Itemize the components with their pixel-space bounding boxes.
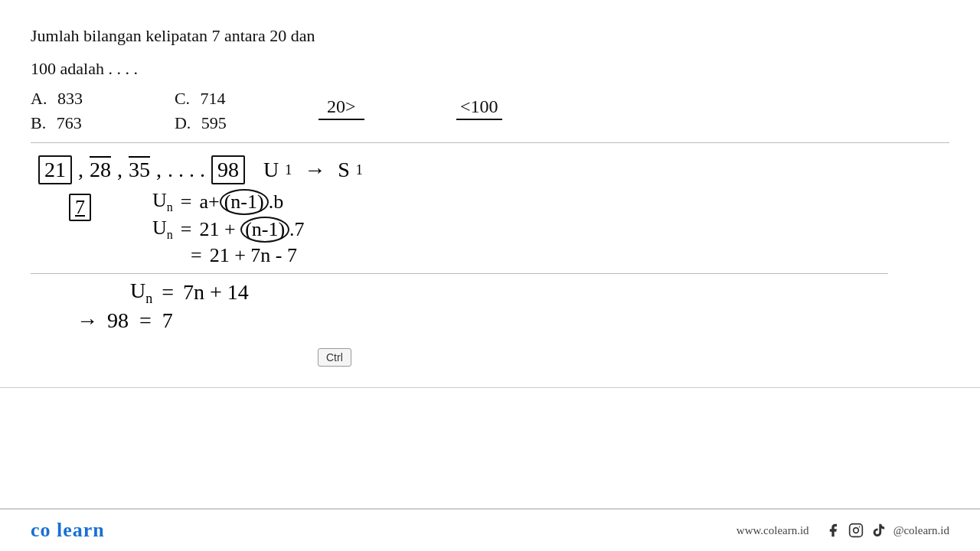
f5-7: 7 bbox=[162, 308, 173, 333]
note-left-text: 20> bbox=[327, 96, 356, 117]
option-b: B. 763 bbox=[31, 113, 83, 133]
brand-logo: co learn bbox=[31, 519, 105, 542]
beda-box: 7 bbox=[69, 194, 91, 221]
divider-2 bbox=[0, 387, 980, 388]
formula-block: Un = a+(n-1).b Un = 21 + (n-1).7 = 21 + … bbox=[152, 189, 305, 269]
svg-point-1 bbox=[853, 528, 858, 533]
option-c: C. 714 bbox=[175, 89, 227, 109]
note-right-underline bbox=[456, 119, 502, 120]
svg-point-2 bbox=[858, 527, 860, 528]
formula-un-final: Un = Uₙ = 7n + 14 7n + 14 bbox=[130, 279, 949, 307]
ctrl-area: Ctrl bbox=[31, 334, 949, 377]
ctrl-button[interactable]: Ctrl bbox=[318, 348, 351, 367]
seq-u-sub: 1 bbox=[285, 162, 292, 178]
f4-eq: = bbox=[162, 280, 174, 305]
f4-display: 7n + 14 bbox=[183, 280, 249, 305]
option-b-label: B. bbox=[31, 113, 46, 132]
f1-un: Un bbox=[152, 189, 173, 214]
formula-line-2: Un = 21 + (n-1).7 bbox=[152, 217, 305, 243]
option-d: D. 595 bbox=[175, 113, 227, 133]
options-area: A. 833 B. 763 C. 714 D. 595 bbox=[31, 89, 227, 133]
f5-formula: 98 bbox=[107, 308, 129, 333]
f3-eq: = bbox=[191, 244, 202, 267]
tiktok-icon bbox=[871, 522, 887, 539]
options-right: C. 714 D. 595 bbox=[175, 89, 227, 133]
instagram-icon bbox=[848, 522, 864, 539]
seq-boxed-98: 98 bbox=[211, 155, 245, 184]
formula-98: → 98 = 7 bbox=[77, 308, 949, 333]
brand-right: www.colearn.id @c bbox=[737, 522, 949, 539]
f1-eq: = bbox=[181, 191, 192, 214]
seq-comma1: , bbox=[78, 158, 83, 182]
f5-eq: = bbox=[139, 308, 152, 333]
social-icons: @colearn.id bbox=[825, 522, 949, 539]
f5-arrow: → bbox=[77, 308, 98, 333]
option-d-value: 595 bbox=[201, 113, 227, 132]
question-line2: 100 adalah . . . . bbox=[31, 56, 949, 81]
beda-value: 7 bbox=[69, 194, 91, 221]
formula-line-1: Un = a+(n-1).b bbox=[152, 189, 305, 215]
facebook-icon bbox=[825, 522, 841, 539]
f4-un: Un bbox=[130, 279, 152, 307]
question-line1: Jumlah bilangan kelipatan 7 antara 20 da… bbox=[31, 23, 949, 48]
formula-line-3: = 21 + 7n - 7 bbox=[191, 244, 305, 267]
main-content: Jumlah bilangan kelipatan 7 antara 20 da… bbox=[0, 0, 980, 138]
social-handle: @colearn.id bbox=[893, 524, 949, 537]
options-left: A. 833 B. 763 bbox=[31, 89, 83, 133]
empty-space bbox=[0, 391, 980, 437]
seq-arrow: → bbox=[304, 158, 325, 182]
seq-comma2: , bbox=[117, 158, 122, 182]
note-right-text: <100 bbox=[460, 96, 498, 117]
f1-formula: a+(n-1).b bbox=[199, 189, 283, 215]
option-a-label: A. bbox=[31, 89, 47, 108]
divider-1 bbox=[31, 142, 949, 143]
work-divider bbox=[31, 273, 888, 274]
f2-formula: 21 + (n-1).7 bbox=[199, 217, 304, 243]
option-a: A. 833 bbox=[31, 89, 83, 109]
work-area: 21 , 28 , 35 , . . . . 98 U1 → S1 7 Un =… bbox=[0, 148, 980, 384]
option-c-label: C. bbox=[175, 89, 190, 108]
note-left-underline bbox=[318, 119, 364, 120]
option-b-value: 763 bbox=[57, 113, 82, 132]
footer: co learn www.colearn.id bbox=[0, 509, 980, 551]
f2-eq: = bbox=[181, 218, 192, 241]
seq-35: 35 bbox=[129, 158, 150, 182]
f2-un: Un bbox=[152, 217, 173, 242]
seq-s1: S bbox=[338, 158, 350, 182]
option-d-label: D. bbox=[175, 113, 191, 132]
seq-space: U bbox=[263, 158, 279, 182]
f3-formula: 21 + 7n - 7 bbox=[210, 244, 297, 267]
option-c-value: 714 bbox=[201, 89, 226, 108]
seq-28: 28 bbox=[90, 158, 111, 182]
seq-comma3: , bbox=[156, 158, 162, 182]
note-left: 20> bbox=[318, 96, 364, 120]
option-a-value: 833 bbox=[57, 89, 83, 108]
note-right: <100 bbox=[456, 96, 502, 120]
seq-dots: . . . . bbox=[168, 158, 205, 182]
seq-boxed-21: 21 bbox=[38, 155, 72, 184]
seq-s-sub: 1 bbox=[356, 162, 363, 178]
website-text: www.colearn.id bbox=[737, 524, 809, 537]
svg-rect-0 bbox=[849, 524, 862, 537]
sequence-line: 21 , 28 , 35 , . . . . 98 U1 → S1 bbox=[38, 155, 949, 184]
